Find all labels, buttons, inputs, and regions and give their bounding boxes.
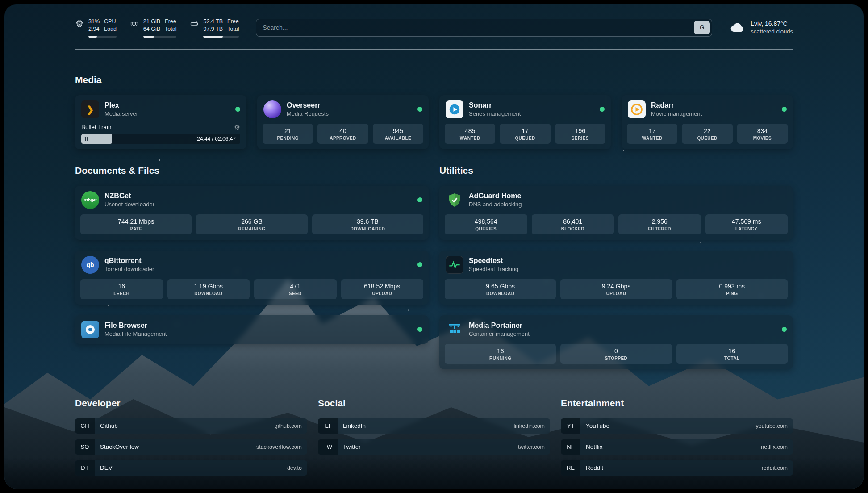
bookmark-name: YouTube	[586, 422, 609, 429]
card-nzbget: nzbget NZBGet Usenet downloader 744.21 M…	[75, 186, 429, 240]
plex-title: Plex	[104, 101, 138, 109]
section-title-utilities: Utilities	[439, 165, 793, 176]
cpu-widget: 31%2.94 CPULoad	[75, 18, 117, 38]
plex-now-playing: Bullet Train ⚙ 24:44 / 02:06:47	[75, 124, 246, 149]
qbittorrent-link[interactable]: qb qBittorrent Torrent downloader	[75, 251, 429, 279]
sonarr-link[interactable]: Sonarr Series management	[439, 95, 611, 124]
dashboard-screen: 31%2.94 CPULoad	[4, 4, 864, 489]
stat-tile: 17WANTED	[627, 124, 677, 144]
stat-tile: 9.24 GbpsUPLOAD	[560, 279, 672, 299]
bookmark-url: netflix.com	[761, 444, 788, 450]
radarr-title: Radarr	[651, 101, 702, 109]
card-adguard: AdGuard Home DNS and adblocking 498,564Q…	[439, 186, 793, 240]
ram-progress-fill	[143, 36, 154, 38]
bookmark-name: Github	[100, 422, 118, 429]
nzbget-link[interactable]: nzbget NZBGet Usenet downloader	[75, 186, 429, 214]
stat-tile: 471SEED	[254, 279, 337, 299]
adguard-link[interactable]: AdGuard Home DNS and adblocking	[439, 186, 793, 214]
bookmark-dev[interactable]: DT DEV dev.to	[75, 460, 307, 476]
cpu-progress-fill	[88, 36, 97, 38]
filebrowser-title: File Browser	[104, 322, 167, 330]
stat-tile: 196SERIES	[555, 124, 605, 144]
ram-progress-track	[143, 36, 177, 38]
bookmark-url: dev.to	[287, 465, 302, 471]
bookmark-url: github.com	[275, 423, 302, 429]
pause-icon[interactable]	[85, 137, 88, 141]
hard-drive-icon	[190, 19, 199, 28]
plex-progress-bar[interactable]: 24:44 / 02:06:47	[81, 134, 240, 144]
stat-tile: 40APPROVED	[317, 124, 368, 144]
ram-values: 21 GiB64 GiB	[143, 18, 160, 33]
stat-tile: 39.6 TBDOWNLOADED	[312, 214, 423, 234]
bookmark-abbr: SO	[75, 439, 95, 455]
stat-tile: 16RUNNING	[445, 344, 556, 364]
portainer-icon	[446, 321, 463, 338]
radarr-link[interactable]: Radarr Movie management	[622, 95, 793, 124]
section-title-entertainment: Entertainment	[561, 398, 793, 409]
ram-labels: FreeTotal	[165, 18, 176, 33]
stat-tile: 16TOTAL	[676, 344, 788, 364]
section-title-social: Social	[318, 398, 550, 409]
overseerr-link[interactable]: Overseerr Media Requests	[257, 95, 429, 124]
card-portainer: Media Portainer Container management 16R…	[439, 315, 793, 369]
plex-playback-time: 24:44 / 02:06:47	[197, 136, 236, 142]
card-filebrowser: File Browser Media File Management	[75, 315, 429, 344]
top-bar: 31%2.94 CPULoad	[75, 18, 793, 38]
disk-progress-fill	[203, 36, 222, 38]
weather-widget: Lviv, 16.87°C scattered clouds	[729, 20, 793, 35]
stat-tile: 834MOVIES	[737, 124, 788, 144]
bookmark-abbr: YT	[561, 418, 580, 434]
bookmark-youtube[interactable]: YT YouTube youtube.com	[561, 418, 793, 434]
stat-tile: 266 GBREMAINING	[196, 214, 307, 234]
stat-tile: 0.993 msPING	[676, 279, 788, 299]
overseerr-title: Overseerr	[287, 101, 329, 109]
bookmark-url: youtube.com	[755, 423, 788, 429]
bookmark-reddit[interactable]: RE Reddit reddit.com	[561, 460, 793, 476]
stat-tile: 945AVAILABLE	[373, 124, 423, 144]
bookmark-url: linkedin.com	[514, 423, 545, 429]
bookmark-abbr: DT	[75, 460, 95, 476]
resource-widgets: 31%2.94 CPULoad	[75, 18, 239, 38]
bookmark-twitter[interactable]: TW Twitter twitter.com	[318, 439, 550, 455]
stat-tile: 485WANTED	[445, 124, 495, 144]
stat-tile: 744.21 MbpsRATE	[80, 214, 192, 234]
bookmark-name: LinkedIn	[343, 422, 366, 429]
speedtest-title: Speedtest	[469, 257, 518, 265]
bookmark-abbr: TW	[318, 439, 338, 455]
plex-subtitle: Media server	[104, 110, 138, 117]
speedtest-link[interactable]: Speedtest Speedtest Tracking	[439, 251, 793, 279]
stat-tile: 21PENDING	[263, 124, 313, 144]
bookmark-stackoverflow[interactable]: SO StackOverflow stackoverflow.com	[75, 439, 307, 455]
cpu-progress-track	[88, 36, 117, 38]
bookmark-github[interactable]: GH Github github.com	[75, 418, 307, 434]
portainer-status-dot	[782, 327, 787, 332]
bookmark-url: stackoverflow.com	[256, 444, 302, 450]
bookmark-abbr: NF	[561, 439, 580, 455]
search-input[interactable]	[256, 19, 712, 37]
filebrowser-link[interactable]: File Browser Media File Management	[75, 315, 429, 344]
portainer-link[interactable]: Media Portainer Container management	[439, 315, 793, 344]
stat-tile: 2,956FILTERED	[618, 214, 701, 234]
stat-tile: 1.19 GbpsDOWNLOAD	[167, 279, 250, 299]
adguard-subtitle: DNS and adblocking	[469, 201, 522, 208]
weather-location: Lviv, 16.87°C	[751, 20, 793, 27]
bookmark-name: DEV	[100, 464, 113, 471]
sonarr-status-dot	[600, 107, 605, 112]
plex-link[interactable]: ❯ Plex Media server	[75, 95, 246, 124]
nzbget-status-dot	[417, 197, 422, 202]
search-provider-button[interactable]: G	[694, 21, 710, 34]
memory-icon	[130, 19, 139, 28]
section-title-media: Media	[75, 75, 793, 85]
bookmark-url: twitter.com	[518, 444, 545, 450]
bookmark-name: Twitter	[343, 443, 361, 450]
plex-icon: ❯	[81, 100, 99, 118]
settings-gear-icon[interactable]: ⚙	[234, 124, 240, 130]
overseerr-subtitle: Media Requests	[287, 110, 329, 117]
bookmark-name: Reddit	[586, 464, 603, 471]
sonarr-subtitle: Series management	[469, 110, 521, 117]
portainer-title: Media Portainer	[469, 322, 530, 330]
bookmark-abbr: LI	[318, 418, 338, 434]
bookmark-netflix[interactable]: NF Netflix netflix.com	[561, 439, 793, 455]
speedtest-icon	[446, 256, 463, 274]
bookmark-linkedin[interactable]: LI LinkedIn linkedin.com	[318, 418, 550, 434]
